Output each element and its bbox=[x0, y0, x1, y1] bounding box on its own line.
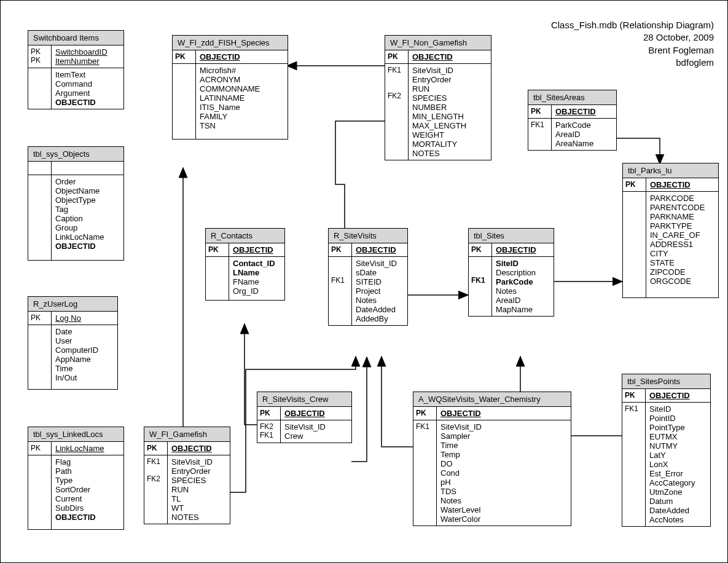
key: FK1 bbox=[625, 404, 643, 413]
field: OBJECTID bbox=[412, 52, 453, 61]
field: SubDirs bbox=[55, 503, 96, 513]
header-author: Brent Fogleman bbox=[551, 44, 714, 57]
table-userlog: R_zUserLog PK Log No Date User ComputerI… bbox=[28, 296, 118, 390]
table-title: tbl_Parks_lu bbox=[623, 163, 718, 178]
table-sites: tbl_Sites PK OBJECTID FK1 SiteID Descrip… bbox=[468, 228, 554, 317]
field: PointType bbox=[649, 423, 695, 432]
key: PK bbox=[625, 180, 636, 189]
field: SwitchboardID bbox=[55, 47, 108, 57]
field: Notes bbox=[356, 296, 397, 305]
field: FName bbox=[233, 277, 275, 286]
field: pH bbox=[440, 478, 482, 487]
field: STATE bbox=[650, 258, 705, 267]
field: Contact_ID bbox=[233, 259, 275, 268]
table-title: R_zUserLog bbox=[28, 297, 117, 312]
field: CITY bbox=[650, 249, 705, 258]
key: PK bbox=[260, 409, 270, 417]
field: ComputerID bbox=[55, 345, 98, 355]
field: AppName bbox=[55, 355, 98, 364]
field: PointID bbox=[649, 414, 695, 423]
relationship-diagram: Class_Fish.mdb (Relationship Diagram) 28… bbox=[0, 0, 728, 563]
field: WT bbox=[171, 503, 213, 513]
field: SortOrder bbox=[55, 485, 96, 494]
field: ITIS_Name bbox=[200, 103, 260, 112]
field: Type bbox=[55, 476, 96, 485]
key: PK bbox=[531, 107, 541, 116]
field: OBJECTID bbox=[233, 245, 273, 254]
field: EntryOrder bbox=[412, 75, 466, 84]
field: Cond bbox=[440, 468, 482, 478]
field: MIN_LENGTH bbox=[412, 112, 466, 121]
table-linkedlocs: tbl_sys_LinkedLocs PK LinkLocName Flag P… bbox=[28, 427, 124, 530]
header-userid: bdfoglem bbox=[551, 57, 714, 69]
field: TL bbox=[171, 494, 213, 503]
field: Project bbox=[356, 286, 397, 296]
table-title: R_Contacts bbox=[206, 229, 284, 243]
table-title: W_FI_Gamefish bbox=[144, 427, 230, 442]
key: PK bbox=[388, 52, 398, 61]
field: LatY bbox=[649, 451, 695, 460]
field: SiteVisit_ID bbox=[440, 422, 482, 431]
table-title: tbl_sys_Objects bbox=[28, 147, 123, 162]
field: NUTMY bbox=[649, 441, 695, 451]
field: Flag bbox=[55, 457, 96, 467]
field: SiteID bbox=[496, 259, 536, 268]
table-title: W_FI_Non_Gamefish bbox=[385, 36, 491, 50]
table-non-gamefish: W_FI_Non_Gamefish PK OBJECTID FK1 FK2 Si… bbox=[385, 35, 491, 160]
table-title: R_SiteVisits bbox=[329, 229, 407, 243]
field: MORTALITY bbox=[412, 140, 466, 149]
field: NOTES bbox=[412, 149, 466, 158]
table-sitevisits: R_SiteVisits PK OBJECTID FK1 SiteVisit_I… bbox=[328, 228, 408, 326]
field: UtmZone bbox=[649, 487, 695, 497]
table-fish-species: W_FI_zdd_FISH_Species PK OBJECTID Microf… bbox=[172, 35, 288, 140]
key: PK bbox=[147, 444, 157, 452]
field: WEIGHT bbox=[412, 130, 466, 140]
field: Notes bbox=[440, 496, 482, 505]
key: PK bbox=[625, 391, 635, 400]
field: User bbox=[55, 336, 98, 345]
table-title: W_FI_zdd_FISH_Species bbox=[173, 36, 288, 50]
field: EUTMX bbox=[649, 432, 695, 441]
field: LinkLocName bbox=[55, 232, 104, 242]
field: PARENTCODE bbox=[650, 203, 705, 212]
field: Log No bbox=[55, 313, 81, 323]
field: LATINNAME bbox=[200, 93, 260, 103]
field: PARKCODE bbox=[650, 194, 705, 203]
field: Argument bbox=[55, 89, 96, 98]
key: FK1 bbox=[388, 66, 405, 74]
field: Microfish# bbox=[200, 66, 260, 75]
field: MAX_LENGTH bbox=[412, 121, 466, 130]
field: SITEID bbox=[356, 277, 397, 286]
key: PK bbox=[331, 245, 342, 254]
field: LonX bbox=[649, 460, 695, 469]
field: TSN bbox=[200, 121, 260, 130]
field: RUN bbox=[412, 84, 466, 93]
table-sitevisits-crew: R_SiteVisits_Crew PK OBJECTID FK2 FK1 Si… bbox=[257, 392, 352, 443]
field: Group bbox=[55, 223, 104, 232]
field: ADDRESS1 bbox=[650, 240, 705, 249]
field: SPECIES bbox=[412, 93, 466, 103]
header-title: Class_Fish.mdb (Relationship Diagram) bbox=[551, 19, 714, 31]
field: DateAdded bbox=[356, 305, 397, 314]
table-title: tbl_SitesAreas bbox=[528, 90, 616, 105]
field: Current bbox=[55, 494, 96, 503]
field: ORGCODE bbox=[650, 277, 705, 286]
field: OBJECTID bbox=[555, 107, 596, 116]
field: COMMONNAME bbox=[200, 84, 260, 93]
field: IN_CARE_OF bbox=[650, 230, 705, 240]
field: ParkCode bbox=[496, 277, 536, 286]
field: sDate bbox=[356, 268, 397, 277]
key: PK bbox=[31, 47, 49, 56]
table-title: Switchboard Items bbox=[28, 31, 123, 45]
key: PK bbox=[31, 313, 41, 322]
table-title: tbl_SitesPoints bbox=[622, 374, 710, 389]
table-parks-lu: tbl_Parks_lu PK OBJECTID PARKCODE PARENT… bbox=[622, 163, 719, 298]
field: Time bbox=[55, 364, 98, 373]
field: OBJECTID bbox=[171, 444, 212, 453]
field: LName bbox=[233, 268, 275, 277]
diagram-header: Class_Fish.mdb (Relationship Diagram) 28… bbox=[551, 19, 714, 69]
table-title: tbl_sys_LinkedLocs bbox=[28, 427, 123, 442]
field: OBJECTID bbox=[440, 409, 481, 418]
key: FK1 bbox=[147, 457, 165, 466]
field: RUN bbox=[171, 485, 213, 494]
